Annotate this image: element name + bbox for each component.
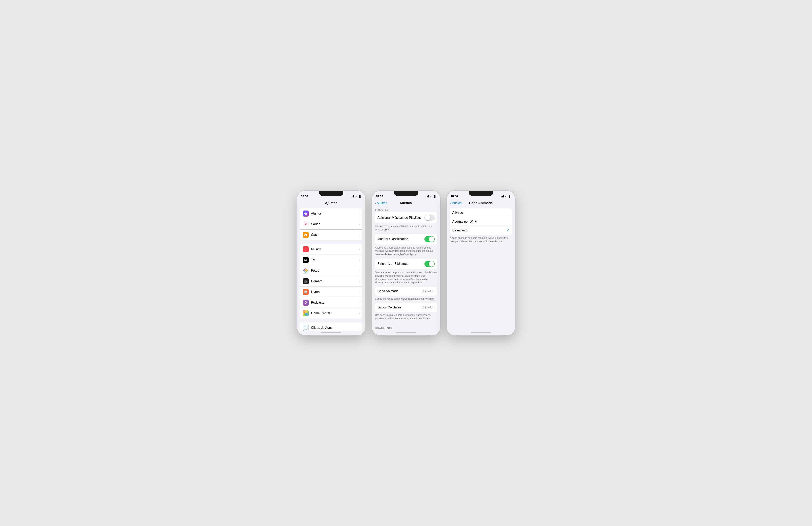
list-item-saude[interactable]: ♥ Saúde › — [300, 219, 362, 230]
capa-dados-section-body: Capa Animada Ativado › — [375, 287, 437, 296]
livros-chevron: › — [359, 290, 360, 294]
wifi-icon-2: ▲ — [430, 195, 432, 197]
mostrar-classificacao-label: Mostrar Classificação — [378, 237, 424, 241]
adicionar-musicas-description: Adicione músicas à sua Biblioteca ao adi… — [372, 223, 440, 234]
musica-nav-header: ‹ Ajustes Música — [372, 199, 440, 207]
clipes-icon — [303, 325, 309, 331]
battery-icon-3: ▐▌ — [508, 195, 511, 197]
status-icons-3: ▲ ▐▌ — [501, 195, 511, 197]
capa-animada-list[interactable]: Ativado Apenas por Wi-Fi Desativado ✓ A … — [447, 207, 515, 331]
svg-point-16 — [305, 301, 306, 303]
phone-ajustes: 17:59 ▲ ▐▌ Ajustes — [297, 191, 365, 335]
sincronizar-section-body: Sincronizar Biblioteca — [375, 259, 437, 269]
status-icons: ▲ ▐▌ — [351, 195, 361, 197]
list-item-clipes[interactable]: Clipes de Apps › — [300, 322, 362, 331]
notch — [319, 191, 343, 196]
home-bar-2 — [396, 332, 416, 333]
list-item-adicionar-musicas[interactable]: Adicionar Músicas de Playlists — [375, 212, 437, 223]
dados-section-body: Dados Celulares Ativado › — [375, 303, 437, 312]
list-item-atalhos[interactable]: Atalhos › — [300, 208, 362, 219]
sincronizar-toggle[interactable] — [424, 261, 435, 267]
podcasts-chevron: › — [359, 301, 360, 304]
list-item-tv[interactable]: tv+ TV › — [300, 255, 362, 266]
desativado-label: Desativado — [452, 229, 507, 232]
capa-back-label: Música — [452, 201, 462, 205]
ajustes-list[interactable]: Atalhos › ♥ Saúde › Casa — [297, 207, 365, 331]
clipes-label: Clipes de Apps — [311, 326, 359, 330]
home-indicator — [297, 331, 365, 335]
signal-icon — [351, 195, 354, 197]
list-item-gamecenter[interactable]: Game Center › — [300, 308, 362, 318]
capa-animada-screen: ‹ Música Capa Animada Ativado Apenas por… — [447, 199, 515, 331]
status-time-3: 18:00 — [451, 195, 458, 198]
capa-animada-chevron: › — [434, 289, 435, 293]
list-item-casa[interactable]: Casa › — [300, 230, 362, 240]
list-item-livros[interactable]: 📖 Livros › — [300, 287, 362, 297]
musica-back-label: Ajustes — [377, 201, 387, 205]
gamecenter-label: Game Center — [311, 312, 359, 315]
musica-screen: ‹ Ajustes Música BIBLIOTECA Adicionar Mú… — [372, 199, 440, 331]
camera-icon — [303, 278, 309, 284]
musica-back-button[interactable]: ‹ Ajustes — [375, 201, 387, 205]
livros-icon: 📖 — [303, 289, 309, 295]
status-time: 17:59 — [301, 195, 308, 198]
capa-back-button[interactable]: ‹ Música — [450, 201, 462, 205]
biblioteca-header: BIBLIOTECA — [372, 208, 440, 212]
home-bar — [321, 332, 341, 333]
signal-icon-2 — [426, 195, 429, 197]
svg-point-22 — [305, 313, 307, 315]
home-bar-3 — [471, 332, 491, 333]
musica-icon: ♫ — [303, 246, 309, 252]
desativado-checkmark: ✓ — [507, 228, 509, 232]
podcasts-label: Podcasts — [311, 301, 359, 304]
capa-animada-description: Capas animadas serão reproduzidas automa… — [372, 296, 440, 303]
adicionar-musicas-toggle[interactable] — [424, 214, 435, 221]
list-item-capa-animada[interactable]: Capa Animada Ativado › — [375, 287, 437, 296]
casa-label: Casa — [311, 233, 359, 237]
gamecenter-icon — [303, 310, 309, 316]
list-item-apenas-wifi[interactable]: Apenas por Wi-Fi — [450, 217, 512, 226]
mostrar-classificacao-toggle[interactable] — [424, 236, 435, 242]
ativado-option-label: Ativado — [452, 211, 509, 214]
phone-capa-animada: 18:00 ▲ ▐▌ ‹ Música Capa Animada — [447, 191, 515, 335]
list-item-podcasts[interactable]: Podcasts › — [300, 297, 362, 308]
saude-label: Saúde — [311, 222, 359, 226]
signal-icon-3 — [501, 195, 504, 197]
list-item-mostrar-classificacao[interactable]: Mostrar Classificação — [375, 234, 437, 244]
musica-settings-list[interactable]: BIBLIOTECA Adicionar Músicas de Playlist… — [372, 207, 440, 331]
tv-chevron: › — [359, 258, 360, 261]
ajustes-nav-header: Ajustes — [297, 199, 365, 207]
list-item-musica[interactable]: ♫ Música › — [300, 244, 362, 255]
musica-title: Música — [400, 201, 412, 205]
svg-text:📖: 📖 — [304, 290, 307, 294]
musica-label: Música — [311, 247, 359, 251]
capa-animada-nav-header: ‹ Música Capa Animada — [447, 199, 515, 207]
dados-celulares-chevron: › — [434, 306, 435, 309]
dados-celulares-value: Ativado — [422, 306, 433, 309]
capa-animada-label: Capa Animada — [378, 289, 422, 293]
back-chevron-icon: ‹ — [375, 201, 376, 205]
home-indicator-3 — [447, 331, 515, 335]
svg-line-8 — [306, 272, 307, 272]
casa-icon — [303, 232, 309, 238]
sincronizar-label: Sincronizar Biblioteca — [378, 262, 424, 266]
section-body-group1: Atalhos › ♥ Saúde › Casa — [300, 208, 362, 240]
dados-celulares-label: Dados Celulares — [378, 306, 422, 309]
gamecenter-chevron: › — [359, 312, 360, 315]
list-item-dados-celulares[interactable]: Dados Celulares Ativado › — [375, 303, 437, 312]
list-item-desativado[interactable]: Desativado ✓ — [450, 226, 512, 235]
atalhos-chevron: › — [359, 212, 360, 215]
list-item-sincronizar[interactable]: Sincronizar Biblioteca — [375, 259, 437, 269]
saude-chevron: › — [359, 223, 360, 226]
adicionar-musicas-label: Adicionar Músicas de Playlists — [378, 216, 424, 220]
toggle-knob-2 — [429, 237, 434, 242]
list-item-camera[interactable]: Câmera › — [300, 276, 362, 287]
tv-label: TV — [311, 258, 359, 262]
list-item-fotos[interactable]: Fotos › — [300, 266, 362, 276]
svg-line-7 — [304, 269, 305, 270]
dados-celulares-description: Use dados celulares para downloads, tran… — [372, 312, 440, 323]
mostrar-section-body: Mostrar Classificação — [375, 234, 437, 244]
list-item-ativado[interactable]: Ativado — [450, 208, 512, 217]
musica-chevron: › — [359, 248, 360, 251]
wifi-icon: ▲ — [355, 195, 357, 197]
